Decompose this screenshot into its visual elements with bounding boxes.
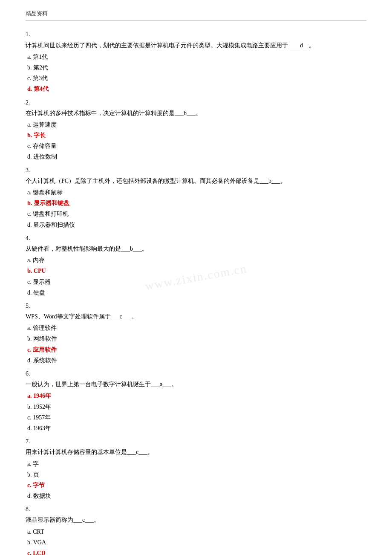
question-text-8: 液晶显示器简称为___c___。: [26, 515, 366, 525]
option-4-c: c. 显示器: [27, 277, 366, 287]
option-2-b: b. 字长: [27, 130, 366, 141]
option-4-d: d. 硬盘: [27, 287, 366, 298]
question-text-5: WPS、Word等文字处理软件属于___c___。: [26, 311, 366, 322]
option-6-a: a. 1946年: [27, 390, 366, 401]
question-text-1: 计算机问世以来经历了四代，划代的主要依据是计算机电子元件的类型。大规模集成电路主…: [26, 40, 366, 51]
option-2-a: a. 运算速度: [27, 119, 366, 130]
option-1-b: b. 第2代: [27, 62, 366, 73]
question-block-6: 6.一般认为，世界上第一台电子数字计算机诞生于___a___。a. 1946年b…: [26, 368, 366, 434]
option-4-b: b. CPU: [27, 266, 366, 276]
option-3-b: b. 显示器和键盘: [27, 198, 366, 208]
option-7-c: c. 字节: [27, 480, 366, 491]
question-number-5: 5.: [26, 301, 366, 311]
option-5-b: b. 网络软件: [27, 333, 366, 344]
option-8-a: a. CRT: [27, 526, 366, 537]
header-title: 精品资料: [26, 9, 48, 18]
question-block-3: 3.个人计算机（PC）是除了主机外，还包括外部设备的微型计算机。而其必备的外部设…: [26, 165, 366, 230]
question-number-6: 6.: [26, 368, 366, 379]
question-number-7: 7.: [26, 436, 366, 447]
option-7-d: d. 数据块: [27, 491, 366, 501]
option-7-b: b. 页: [27, 469, 366, 480]
option-2-c: c. 存储容量: [27, 141, 366, 151]
option-1-d: d. 第4代: [27, 84, 366, 94]
option-7-a: a. 字: [27, 459, 366, 469]
question-text-4: 从硬件看，对整机性能影响最大的是___b___。: [26, 243, 366, 254]
question-block-2: 2.在计算机的多种技术指标中，决定计算机的计算精度的是___b___。a. 运算…: [26, 97, 366, 162]
option-3-a: a. 键盘和鼠标: [27, 187, 366, 198]
option-5-c: c. 应用软件: [27, 344, 366, 355]
question-text-7: 用来计算计算机存储容量的基本单位是___c___。: [26, 447, 366, 457]
question-text-6: 一般认为，世界上第一台电子数字计算机诞生于___a___。: [26, 379, 366, 390]
question-number-3: 3.: [26, 165, 366, 176]
option-6-b: b. 1952年: [27, 402, 366, 412]
question-number-4: 4.: [26, 233, 366, 243]
option-4-a: a. 内存: [27, 255, 366, 266]
question-block-1: 1.计算机问世以来经历了四代，划代的主要依据是计算机电子元件的类型。大规模集成电…: [26, 29, 366, 94]
option-5-a: a. 管理软件: [27, 323, 366, 333]
option-1-a: a. 第1代: [27, 52, 366, 62]
question-text-3: 个人计算机（PC）是除了主机外，还包括外部设备的微型计算机。而其必备的外部设备是…: [26, 176, 366, 186]
option-6-c: c. 1957年: [27, 412, 366, 423]
question-text-2: 在计算机的多种技术指标中，决定计算机的计算精度的是___b___。: [26, 108, 366, 119]
option-3-d: d. 显示器和扫描仪: [27, 220, 366, 230]
option-5-d: d. 系统软件: [27, 355, 366, 366]
page-header: 精品资料: [26, 9, 366, 20]
question-block-5: 5.WPS、Word等文字处理软件属于___c___。a. 管理软件b. 网络软…: [26, 301, 366, 366]
question-number-8: 8.: [26, 504, 366, 515]
question-number-2: 2.: [26, 97, 366, 108]
option-8-b: b. VGA: [27, 537, 366, 548]
question-block-7: 7.用来计算计算机存储容量的基本单位是___c___。a. 字b. 页c. 字节…: [26, 436, 366, 501]
option-1-c: c. 第3代: [27, 73, 366, 84]
questions-container: 1.计算机问世以来经历了四代，划代的主要依据是计算机电子元件的类型。大规模集成电…: [26, 29, 366, 555]
option-3-c: c. 键盘和打印机: [27, 208, 366, 219]
question-number-1: 1.: [26, 29, 366, 40]
option-8-c: c. LCD: [27, 548, 366, 555]
question-block-8: 8.液晶显示器简称为___c___。a. CRTb. VGAc. LCDd. T…: [26, 504, 366, 555]
question-block-4: 4.从硬件看，对整机性能影响最大的是___b___。a. 内存b. CPUc. …: [26, 233, 366, 298]
option-6-d: d. 1963年: [27, 423, 366, 434]
option-2-d: d. 进位数制: [27, 151, 366, 162]
